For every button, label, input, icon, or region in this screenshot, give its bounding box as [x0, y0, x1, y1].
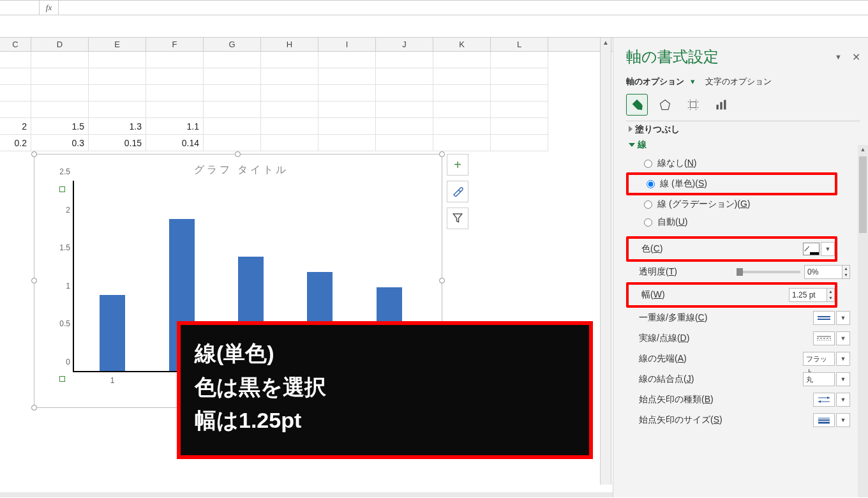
vertical-scrollbar[interactable]: ▲ [600, 38, 611, 485]
chart-add-element-button[interactable]: + [447, 154, 468, 176]
effects-icon[interactable] [654, 94, 676, 116]
pane-tabs: 軸のオプション ▾ 文字のオプション [626, 76, 860, 87]
cap-type-select[interactable]: フラット [803, 352, 835, 366]
col-header[interactable]: K [433, 38, 491, 51]
close-icon[interactable]: ✕ [852, 51, 860, 63]
chart-tool-buttons: + [447, 154, 468, 234]
column-headers: C D E F G H I J K L [0, 38, 613, 52]
col-header[interactable]: D [31, 38, 89, 51]
ribbon-gap [0, 15, 868, 38]
name-box[interactable] [0, 1, 40, 15]
dash-type-picker[interactable] [813, 331, 835, 345]
color-picker[interactable] [803, 243, 819, 255]
col-header[interactable]: G [204, 38, 261, 51]
axis-options-icon[interactable] [710, 94, 732, 116]
tab-axis-options[interactable]: 軸のオプション [626, 77, 684, 86]
arrow-begin-type-picker[interactable] [813, 393, 835, 407]
prop-compound: 一重線/多重線(C) ▼ [626, 308, 850, 328]
annotation-overlay: 線(単色) 色は黒を選択 幅は1.25pt [177, 321, 593, 459]
tab-text-options[interactable]: 文字のオプション [705, 77, 772, 86]
format-axis-pane: 軸の書式設定 ▼ ✕ 軸のオプション ▾ 文字のオプション 塗りつぶし 線 線な… [613, 38, 868, 497]
spinner[interactable]: ▲▼ [827, 288, 835, 302]
svg-rect-3 [717, 105, 719, 110]
radio-line-none[interactable]: 線なし(N) [644, 155, 850, 172]
svg-marker-14 [818, 400, 821, 403]
annotation-line: 線(単色) [195, 336, 575, 370]
pane-scrollbar[interactable]: ▲ [858, 145, 868, 497]
formula-input[interactable] [59, 1, 868, 15]
fx-icon[interactable]: fx [40, 1, 59, 15]
scroll-up-icon[interactable]: ▲ [601, 38, 611, 49]
svg-marker-12 [827, 396, 830, 399]
prop-dash: 実線/点線(D) ▼ [626, 328, 850, 349]
col-header[interactable]: H [261, 38, 318, 51]
chart-title[interactable]: グラフ タイトル [54, 163, 429, 177]
width-input[interactable]: 1.25 pt [789, 288, 827, 302]
compound-line-picker[interactable] [813, 311, 835, 325]
cell[interactable]: 0.3 [31, 135, 89, 151]
bar[interactable] [100, 295, 125, 371]
cell[interactable]: 1.1 [146, 118, 204, 135]
radio-line-solid[interactable]: 線 (単色)(S) [647, 175, 835, 193]
svg-rect-5 [724, 100, 726, 110]
prop-width: 幅(W) 1.25 pt ▲▼ [629, 285, 835, 305]
transparency-input[interactable]: 0% [804, 265, 842, 279]
horizontal-scrollbar[interactable] [0, 492, 613, 497]
join-type-select[interactable]: 丸 [803, 372, 835, 386]
col-header[interactable]: F [146, 38, 204, 51]
col-header[interactable]: E [89, 38, 146, 51]
annotation-line: 色は黒を選択 [195, 370, 575, 404]
plus-icon: + [454, 158, 461, 172]
y-tick: 2 [54, 206, 70, 215]
y-tick: 1 [54, 282, 70, 290]
data-row: 0.2 0.3 0.15 0.14 [0, 135, 613, 151]
svg-marker-1 [661, 100, 670, 110]
brush-icon [452, 185, 463, 199]
annotation-line: 幅は1.25pt [195, 404, 575, 437]
col-header[interactable]: J [376, 38, 433, 51]
fill-section-header[interactable]: 塗りつぶし [626, 124, 850, 135]
cell[interactable]: 0.15 [89, 135, 146, 151]
cell[interactable]: 0.14 [146, 135, 204, 151]
chart-filter-button[interactable] [447, 207, 468, 229]
formula-bar: fx [0, 0, 868, 15]
data-row: 2 1.5 1.3 1.1 [0, 118, 613, 135]
col-header[interactable]: L [491, 38, 548, 51]
dropdown-icon[interactable]: ▼ [836, 352, 850, 366]
col-header[interactable]: I [318, 38, 376, 51]
transparency-slider[interactable] [737, 271, 800, 273]
scrollbar-thumb[interactable] [859, 156, 867, 233]
y-tick: 2.5 [54, 167, 70, 176]
spinner[interactable]: ▲▼ [842, 265, 850, 279]
prop-arrow-begin-type: 始点矢印の種類(B) ▼ [626, 389, 850, 410]
y-tick: 0 [54, 358, 70, 366]
radio-line-auto[interactable]: 自動(U) [644, 213, 850, 231]
dropdown-icon[interactable]: ▼ [836, 331, 850, 345]
col-header[interactable]: C [0, 38, 31, 51]
dropdown-icon[interactable]: ▼ [836, 413, 850, 427]
dropdown-icon[interactable]: ▼ [836, 393, 850, 407]
svg-rect-2 [690, 102, 696, 107]
dropdown-icon[interactable]: ▼ [821, 242, 835, 256]
size-properties-icon[interactable] [682, 94, 704, 116]
prop-arrow-begin-size: 始点矢印のサイズ(S) ▼ [626, 410, 850, 430]
y-tick: 0.5 [54, 319, 70, 328]
chart-styles-button[interactable] [447, 181, 468, 202]
prop-transparency: 透明度(T) 0% ▲▼ [626, 262, 850, 282]
cell[interactable]: 0.2 [0, 135, 31, 151]
line-section-header[interactable]: 線 [626, 139, 850, 151]
y-tick: 1.5 [54, 243, 70, 252]
arrow-begin-size-picker[interactable] [813, 413, 835, 427]
cell[interactable]: 1.3 [89, 118, 146, 135]
pane-category-icons [626, 94, 860, 116]
fill-line-icon[interactable] [626, 94, 648, 116]
dropdown-icon[interactable]: ▼ [836, 311, 850, 325]
prop-join: 線の結合点(J) 丸▼ [626, 369, 850, 389]
pane-dropdown-icon[interactable]: ▼ [835, 53, 842, 61]
prop-cap: 線の先端(A) フラット▼ [626, 349, 850, 369]
cell[interactable]: 1.5 [31, 118, 89, 135]
radio-line-gradient[interactable]: 線 (グラデーション)(G) [644, 195, 850, 213]
dropdown-icon[interactable]: ▼ [836, 372, 850, 386]
scroll-up-icon[interactable]: ▲ [858, 145, 868, 155]
cell[interactable]: 2 [0, 118, 31, 135]
